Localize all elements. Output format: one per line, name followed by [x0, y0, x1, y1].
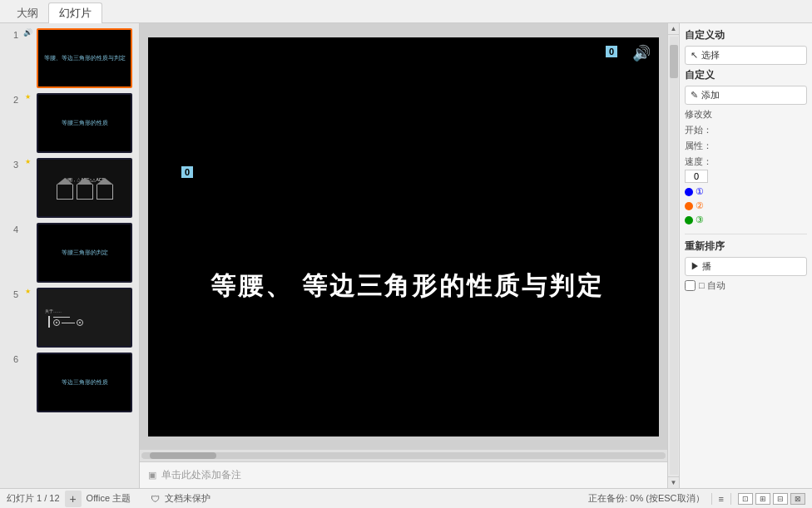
scroll-thumb: [670, 45, 678, 78]
slide1-thumb-text: 等腰、等边三角形的性质与判定: [41, 51, 129, 66]
slide-main-title: 等腰、 等边三角形的性质与判定: [210, 269, 604, 303]
status-divider-2: [730, 493, 731, 505]
slide-item-4[interactable]: 4 等腰三角形的判定: [7, 223, 132, 283]
slide-number-2: 2: [7, 93, 18, 105]
slide-info: 幻灯片 1 / 12: [7, 492, 60, 505]
play-button[interactable]: ▶ 播: [685, 257, 807, 276]
start-label: 开始：: [685, 124, 807, 136]
option2-dot: [685, 202, 693, 210]
notes-bar[interactable]: ▣ 单击此处添加备注: [140, 461, 667, 488]
right-title-1: 自定义动: [685, 28, 807, 42]
reorder-title: 重新排序: [685, 239, 807, 254]
right-panel: 自定义动 ↖ 选择 自定义 ✎ 添加 修改效 开始： 属性： 速度： 0 ① ②: [679, 23, 812, 488]
auto-checkbox[interactable]: [685, 280, 696, 291]
view-full-btn[interactable]: ⊠: [790, 493, 805, 505]
doc-status: 文档未保护: [165, 492, 210, 505]
slide-icons-5: ★: [22, 288, 33, 295]
option-3: ③: [685, 215, 807, 225]
slide-icons-1: 🔊: [22, 28, 33, 37]
slide-number-5: 5: [7, 288, 18, 299]
effect-label: 修改效: [685, 108, 807, 121]
slide-thumb-5[interactable]: 关于……: [37, 288, 132, 348]
option3-dot: [685, 216, 693, 224]
select-icon: ↖: [691, 50, 698, 61]
theme-info: Office 主题: [87, 492, 131, 505]
option1-label: ①: [696, 186, 704, 197]
slide2-thumb-text: 等腰三角形的性质: [58, 116, 111, 131]
counter-row: 0: [685, 170, 807, 183]
notes-icon: ▣: [148, 470, 156, 481]
scroll-up-arrow[interactable]: ▲: [668, 23, 680, 35]
status-bar: 幻灯片 1 / 12 + Office 主题 🛡 文档未保护 正在备份: 0% …: [0, 488, 812, 508]
select-button[interactable]: ↖ 选择: [685, 46, 807, 65]
tab-outline[interactable]: 大纲: [7, 3, 48, 23]
select-label: 选择: [701, 49, 720, 62]
view-normal-btn[interactable]: ⊡: [738, 493, 753, 505]
status-left: 幻灯片 1 / 12 + Office 主题: [7, 491, 131, 507]
add-slide-button[interactable]: +: [65, 491, 82, 507]
option-2: ②: [685, 200, 807, 211]
slide-canvas: 0 🔊 0 等腰、 等边三角形的性质与判定: [148, 37, 659, 436]
slide-number-1: 1: [7, 28, 18, 40]
star-icon-3: ★: [25, 158, 31, 165]
play-label: ▶ 播: [691, 260, 711, 273]
slide-item-1[interactable]: 1 🔊 等腰、等边三角形的性质与判定: [7, 28, 132, 88]
view-slide-btn[interactable]: ⊟: [773, 493, 788, 505]
slide-panel: 1 🔊 等腰、等边三角形的性质与判定 2 ★ 等腰三角形的性质: [0, 23, 140, 488]
scroll-track: [670, 37, 678, 475]
scroll-down-arrow[interactable]: ▼: [668, 476, 680, 488]
star-icon-2: ★: [25, 93, 31, 101]
option3-label: ③: [696, 215, 704, 225]
option2-label: ②: [696, 200, 704, 211]
audio-icon-1: 🔊: [23, 28, 32, 37]
main-area: 1 🔊 等腰、等边三角形的性质与判定 2 ★ 等腰三角形的性质: [0, 23, 812, 488]
option1-dot: [685, 188, 693, 196]
speaker-icon[interactable]: 🔊: [632, 44, 651, 62]
slide-icons-3: ★: [22, 158, 33, 165]
add-label: 添加: [701, 89, 720, 101]
slide4-thumb-text: 等腰三角形的判定: [58, 245, 111, 260]
slide-item-2[interactable]: 2 ★ 等腰三角形的性质: [7, 93, 132, 153]
right-bottom: 重新排序 ▶ 播 □ 自动: [685, 234, 807, 292]
slide-number-4: 4: [7, 223, 18, 234]
slide-thumb-1[interactable]: 等腰、等边三角形的性质与判定: [37, 28, 132, 88]
slide-thumb-6[interactable]: 等边三角形的性质: [37, 353, 132, 412]
view-icons: ⊡ ⊞ ⊟ ⊠: [738, 493, 805, 505]
speed-label: 速度：: [685, 155, 807, 168]
prop-label: 属性：: [685, 140, 807, 152]
slide-number-3: 3: [7, 158, 18, 170]
layout-icon: ≡: [719, 494, 724, 504]
backup-status: 正在备份: 0% (按ESC取消）: [588, 492, 704, 505]
slide-thumb-2[interactable]: 等腰三角形的性质: [37, 93, 132, 153]
vertical-scrollbar[interactable]: ▲ ▼: [667, 23, 679, 488]
center-area: 0 🔊 0 等腰、 等边三角形的性质与判定 ▣ 单击此处添加备注: [140, 23, 667, 488]
tab-slideshow[interactable]: 幻灯片: [48, 2, 102, 24]
option-list: ① ② ③: [685, 186, 807, 227]
view-tabs: 大纲 幻灯片: [0, 0, 812, 23]
shield-icon: 🛡: [151, 494, 160, 504]
scrollbar-track-h: [141, 452, 666, 459]
slide-thumb-3[interactable]: 如图，△ACE△△ACE: [37, 158, 132, 218]
star-icon-5: ★: [25, 288, 31, 295]
scrollbar-thumb-h[interactable]: [150, 452, 216, 459]
add-button[interactable]: ✎ 添加: [685, 86, 807, 105]
slide-item-6[interactable]: 6 等边三角形的性质: [7, 353, 132, 412]
horizontal-scrollbar[interactable]: [140, 450, 667, 461]
counter-value: 0: [685, 170, 708, 183]
slide6-thumb-text: 等边三角形的性质: [58, 375, 111, 390]
title-badge: 0: [181, 166, 193, 178]
auto-checkbox-row[interactable]: □ 自动: [685, 279, 807, 292]
slide-number-6: 6: [7, 353, 18, 364]
slide-icons-2: ★: [22, 93, 33, 101]
slide-item-3[interactable]: 3 ★ 如图，△ACE△△ACE: [7, 158, 132, 218]
slide-thumb-4[interactable]: 等腰三角形的判定: [37, 223, 132, 283]
notes-placeholder[interactable]: 单击此处添加备注: [161, 468, 241, 482]
add-icon: ✎: [691, 90, 698, 101]
status-right: 正在备份: 0% (按ESC取消） ≡ ⊡ ⊞ ⊟ ⊠: [588, 492, 805, 505]
slide-item-5[interactable]: 5 ★ 关于……: [7, 288, 132, 348]
status-divider-1: [711, 493, 712, 505]
top-badge: 0: [606, 46, 617, 57]
right-title-2: 自定义: [685, 68, 807, 82]
view-outline-btn[interactable]: ⊞: [755, 493, 770, 505]
slide-canvas-area[interactable]: 0 🔊 0 等腰、 等边三角形的性质与判定: [140, 23, 667, 450]
